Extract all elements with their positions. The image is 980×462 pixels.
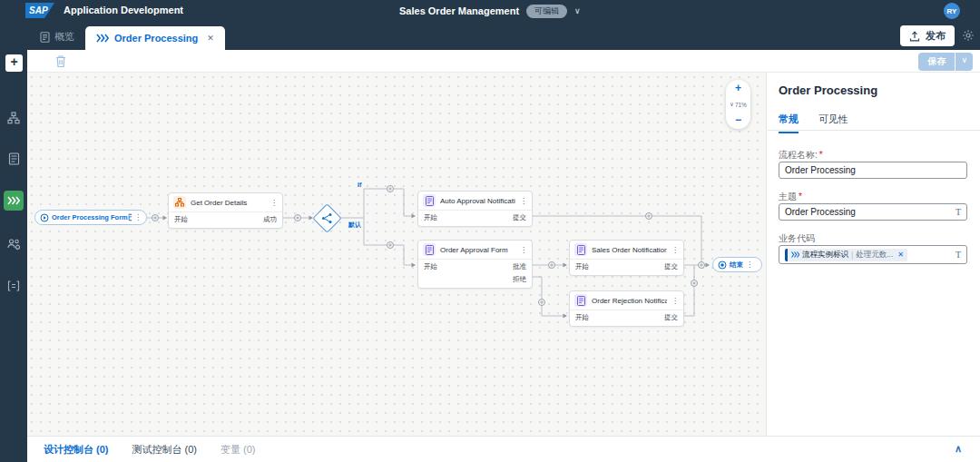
process-canvas[interactable]: Order Processing Form已提交 ⋮ Get Order Det… (27, 73, 767, 436)
design-console-tab[interactable]: 设计控制台 (0) (44, 443, 109, 457)
zoom-chevron-down-icon: ∨ (730, 101, 734, 108)
overflow-menu-icon[interactable]: ⋮ (520, 246, 527, 254)
task-node-order-approval-form[interactable]: Order Approval Form ⋮ 开始 批准 拒绝 (417, 240, 533, 289)
overflow-menu-icon[interactable]: ⋮ (671, 297, 679, 305)
tab-order-processing[interactable]: Order Processing ✕ (85, 26, 225, 50)
zoom-control: + ∨ 71% − (726, 80, 750, 129)
node-output-label: 提交 (664, 313, 678, 322)
project-chevron-down-icon[interactable]: ∨ (574, 6, 581, 15)
node-title: Auto Approval Notificatio.. (440, 197, 515, 205)
tab-overview-label: 概览 (54, 30, 74, 44)
node-input-label: 开始 (575, 262, 589, 271)
task-node-auto-approval-notification[interactable]: Auto Approval Notificatio.. ⋮ 开始 提交 (417, 191, 533, 227)
add-artifact-button[interactable]: + (5, 54, 23, 72)
publish-button[interactable]: 发布 (900, 25, 955, 46)
sidebar-item-automation[interactable] (4, 234, 24, 254)
business-key-token[interactable]: 流程实例标识 | 处理元数... ✕ (785, 249, 907, 261)
document-icon (40, 32, 50, 43)
left-navigation-rail: + (0, 22, 27, 462)
sidebar-item-forms[interactable] (4, 149, 24, 169)
tab-label: Order Processing (114, 33, 198, 44)
tab-close-icon[interactable]: ✕ (207, 34, 214, 43)
sap-logo: SAP (25, 3, 54, 18)
token-remove-icon[interactable]: ✕ (897, 251, 904, 259)
text-type-icon[interactable]: T (956, 207, 961, 217)
settings-gear-icon[interactable] (962, 29, 975, 45)
tab-bar: 概览 Order Processing ✕ 发布 (27, 22, 980, 50)
properties-panel: Order Processing 常规 可见性 流程名称:* 主题* T 业务代… (768, 73, 980, 436)
play-circle-icon (40, 213, 49, 222)
sidebar-item-datatypes[interactable] (4, 276, 24, 296)
subprocess-icon (173, 196, 186, 209)
app-title: Application Development (64, 5, 183, 15)
end-circle-icon (718, 260, 727, 270)
end-node[interactable]: 结束 ⋮ (712, 257, 762, 272)
process-name-label: 流程名称:* (779, 149, 823, 162)
zoom-level[interactable]: ∨ 71% (730, 101, 747, 108)
people-gear-icon (7, 238, 21, 251)
subject-input[interactable] (785, 207, 956, 217)
node-input-label: 开始 (575, 313, 589, 322)
node-title: Get Order Details (191, 199, 266, 207)
shell-header: SAP Application Development Sales Order … (0, 0, 980, 22)
node-output-label: 批准 (513, 262, 526, 271)
collapse-chevron-up-icon[interactable]: ∧ (955, 443, 962, 455)
branch-label-if[interactable]: If (358, 182, 361, 188)
node-output-label: 提交 (664, 262, 678, 271)
process-name-input[interactable] (785, 165, 961, 175)
variables-tab[interactable]: 变量 (0) (220, 443, 256, 457)
process-chevrons-icon (96, 34, 109, 43)
business-key-field[interactable]: 流程实例标识 | 处理元数... ✕ T (779, 245, 967, 264)
node-output-label: 提交 (513, 213, 526, 222)
node-title: Order Approval Form (440, 246, 515, 254)
test-console-tab[interactable]: 测试控制台 (0) (132, 443, 198, 457)
branch-label-default[interactable]: 默认 (348, 221, 361, 230)
task-node-sales-order-notification[interactable]: Sales Order Notification ⋮ 开始 提交 (569, 240, 684, 276)
form-icon (574, 294, 587, 307)
token-primary-text: 流程实例标识 (802, 250, 848, 260)
process-chevrons-icon (7, 196, 20, 205)
form-list-icon (8, 152, 20, 165)
required-marker: * (819, 150, 823, 160)
end-node-label: 结束 (730, 260, 743, 270)
overflow-menu-icon[interactable]: ⋮ (520, 197, 527, 205)
overflow-menu-icon[interactable]: ⋮ (671, 246, 679, 254)
task-node-get-order-details[interactable]: Get Order Details ⋮ 开始 成功 (168, 192, 283, 229)
node-title: Sales Order Notification (592, 246, 667, 254)
brackets-icon (7, 280, 20, 291)
avatar[interactable]: RY (944, 3, 960, 19)
overflow-menu-icon[interactable]: ⋮ (746, 260, 753, 269)
save-button[interactable]: 保存 (918, 53, 955, 71)
node-title: Order Rejection Notificat.. (592, 297, 667, 305)
upload-icon (909, 31, 920, 42)
start-trigger-node[interactable]: Order Processing Form已提交 ⋮ (34, 210, 147, 225)
project-name: Sales Order Management (399, 5, 519, 16)
app-window: SAP Application Development Sales Order … (0, 0, 980, 462)
zoom-out-button[interactable]: − (735, 115, 741, 125)
delete-trash-icon[interactable] (54, 54, 67, 72)
zoom-in-button[interactable]: + (735, 84, 741, 93)
canvas-toolbar: 保存 ∨ (27, 50, 980, 73)
token-secondary-text: 处理元数... (856, 250, 893, 260)
tab-overview[interactable]: 概览 (40, 30, 74, 44)
sidebar-item-process[interactable] (4, 191, 24, 211)
form-icon (574, 243, 587, 256)
form-icon (423, 194, 436, 207)
node-output-label: 拒绝 (513, 275, 526, 284)
publish-label: 发布 (926, 29, 946, 43)
overflow-menu-icon[interactable]: ⋮ (270, 199, 278, 207)
subject-label: 主题* (779, 191, 802, 203)
text-type-icon[interactable]: T (956, 250, 961, 260)
sidebar-item-hierarchy[interactable] (4, 108, 24, 128)
form-icon (423, 243, 436, 256)
subject-field-wrap: T (779, 203, 967, 221)
panel-title: Order Processing (779, 84, 877, 97)
business-key-label: 业务代码 (779, 232, 815, 245)
task-node-order-rejection-notification[interactable]: Order Rejection Notificat.. ⋮ 开始 提交 (569, 290, 684, 327)
start-node-label: Order Processing Form已提交 (52, 213, 132, 222)
token-divider: | (851, 251, 853, 260)
save-chevron-down-icon[interactable]: ∨ (956, 53, 973, 71)
overflow-menu-icon[interactable]: ⋮ (134, 213, 142, 221)
console-bar: 设计控制台 (0) 测试控制台 (0) 变量 (0) ∧ (27, 436, 980, 462)
status-badge: 可编辑 (526, 5, 567, 18)
